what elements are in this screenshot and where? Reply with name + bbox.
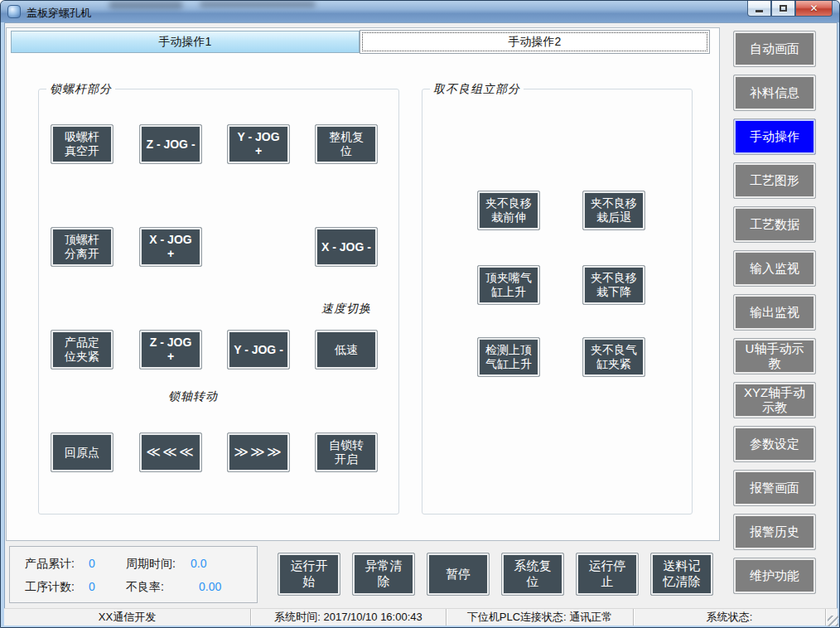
sidebar-item-process-graphic[interactable]: 工艺图形 [733,162,816,199]
sidebar-item-manual-operation[interactable]: 手动操作 [733,118,816,155]
top-rod-separate-button[interactable]: 顶螺杆 分离开 [51,227,113,267]
home-button[interactable]: 回原点 [51,432,113,472]
sidebar-item-alarm-screen[interactable]: 报警画面 [733,470,816,506]
title-bar: 盖板穿螺孔机 ✕ [1,1,839,22]
sidebar-item-process-data[interactable]: 工艺数据 [733,206,816,243]
sidebar-item-parameter-settings[interactable]: 参数设定 [733,426,816,462]
group-reject-assembly-section: 取不良组立部分 夹不良移 栽前伸 夹不良移 栽后退 顶夹嘴气 缸上升 夹不良移 … [422,89,693,514]
sidebar-item-u-axis-teach[interactable]: U轴手动示 教 [733,338,816,374]
titlebar-reflection [109,1,183,9]
group-reject-assembly-title: 取不良组立部分 [430,82,524,97]
minimize-icon [756,10,763,12]
clamp-ng-clamp-button[interactable]: 夹不良气 缸夹紧 [582,337,645,377]
sidebar-item-alarm-history[interactable]: 报警历史 [733,514,816,550]
status-system-state: 系统状态: [634,609,826,626]
sidebar-item-maintenance[interactable]: 维护功能 [733,558,816,594]
status-bar: XX通信开发 系统时间: 2017/10/10 16:00:43 下位机PLC连… [4,608,838,626]
vacuum-open-button[interactable]: 吸螺杆 真空开 [51,124,113,164]
group-lock-screw-section: 锁螺杆部分 吸螺杆 真空开 Z - JOG - Y - JOG + 整机复 位 … [38,89,399,514]
close-button[interactable]: ✕ [795,1,833,17]
run-stop-button[interactable]: 运行停 止 [576,553,639,596]
minimize-button[interactable] [747,1,771,17]
product-clamp-button[interactable]: 产品定 位夹紧 [51,330,113,370]
low-speed-button[interactable]: 低速 [315,330,378,370]
defect-rate-label: 不良率: [126,580,164,595]
sidebar-item-refill-info[interactable]: 补料信息 [733,75,816,111]
sidebar-item-auto-screen[interactable]: 自动画面 [733,31,816,67]
cycle-time-label: 周期时间: [126,557,176,572]
x-jog-minus-button[interactable]: X - JOG - [315,227,378,267]
sidebar-item-xyz-axis-teach[interactable]: XYZ轴手动 示教 [733,382,816,418]
window-controls: ✕ [747,1,833,17]
speed-switch-label: 速度切换 [315,302,378,316]
product-total-label: 产品累计: [25,557,75,572]
resize-grip[interactable] [828,616,838,626]
system-reset-button[interactable]: 系统复 位 [501,553,564,596]
error-clear-button[interactable]: 异常清 除 [352,553,415,596]
maximize-icon [780,5,787,12]
status-system-time: 系统时间: 2017/10/10 16:00:43 [251,609,447,626]
clamp-ng-forward-button[interactable]: 夹不良移 栽前伸 [477,191,540,230]
feed-memory-clear-button[interactable]: 送料记 忆清除 [650,553,713,596]
process-count-value: 0 [89,580,95,593]
lock-axis-rotate-label: 锁轴转动 [152,389,234,404]
detect-top-cylinder-up-button[interactable]: 检测上顶 气缸上升 [477,337,540,377]
group-lock-screw-title: 锁螺杆部分 [46,82,115,97]
tab-manual-1[interactable]: 手动操作1 [11,31,360,53]
product-total-value: 0 [89,557,95,570]
clamp-ng-down-button[interactable]: 夹不良移 栽下降 [582,265,645,305]
y-jog-minus-button[interactable]: Y - JOG - [227,330,290,370]
run-start-button[interactable]: 运行开 始 [278,553,340,596]
z-jog-minus-button[interactable]: Z - JOG - [139,124,202,164]
status-plc-connection: 下位机PLC连接状态: 通讯正常 [447,609,634,626]
close-icon: ✕ [809,2,818,14]
y-jog-plus-button[interactable]: Y - JOG + [227,124,290,164]
defect-rate-value: 0.00 [199,580,221,593]
x-jog-plus-button[interactable]: X - JOG + [139,227,202,267]
clamp-ng-backward-button[interactable]: 夹不良移 栽后退 [582,191,645,230]
window-title: 盖板穿螺孔机 [27,6,91,21]
cycle-time-value: 0.0 [191,557,206,570]
rotate-right-button[interactable]: ≫≫≫ [227,432,290,472]
z-jog-plus-button[interactable]: Z - JOG + [139,330,202,370]
process-count-label: 工序计数: [25,580,75,595]
rotate-left-button[interactable]: ≪≪≪ [139,432,202,472]
machine-reset-button[interactable]: 整机复 位 [315,124,378,164]
counters-panel: 产品累计: 0 周期时间: 0.0 工序计数: 0 不良率: 0.00 [9,546,258,603]
self-lock-open-button[interactable]: 自锁转 开启 [315,432,378,472]
app-icon[interactable] [7,5,21,18]
maximize-button[interactable] [771,1,795,17]
top-clamp-cylinder-up-button[interactable]: 顶夹嘴气 缸上升 [477,265,540,305]
sidebar-item-output-monitor[interactable]: 输出监视 [733,294,816,331]
titlebar-reflection [200,1,316,7]
app-window: 盖板穿螺孔机 ✕ 手动操作1 手动操作2 锁螺杆部分 吸螺杆 真空开 Z - J… [0,0,840,628]
pause-button[interactable]: 暂停 [427,553,490,596]
sidebar-item-input-monitor[interactable]: 输入监视 [733,250,816,287]
tab-manual-2[interactable]: 手动操作2 [360,30,710,54]
status-company: XX通信开发 [4,609,251,626]
